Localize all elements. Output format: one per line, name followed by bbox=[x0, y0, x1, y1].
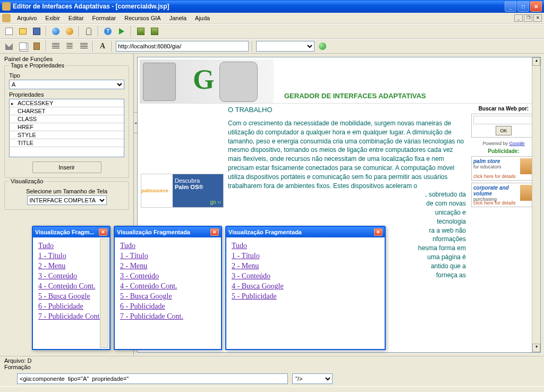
section-heading: O TRABALHO bbox=[228, 106, 466, 114]
prop-row: HREF bbox=[10, 123, 124, 131]
status-bar: Arquivo: D Formação bbox=[0, 356, 544, 371]
buscar-label: Buscar na Web por: bbox=[471, 106, 536, 112]
go-button[interactable] bbox=[317, 40, 328, 52]
frag-link[interactable]: 5 - Busca Google bbox=[38, 292, 104, 301]
align-center-button[interactable] bbox=[64, 40, 75, 52]
tipo-select[interactable]: A bbox=[9, 80, 124, 89]
tag-left-input[interactable] bbox=[17, 373, 288, 384]
frag-link[interactable]: 1 - Título bbox=[120, 252, 216, 260]
prop-row: CHARSET bbox=[10, 107, 124, 115]
frag-link[interactable]: 4 - Conteúdo Cont. bbox=[120, 282, 216, 291]
minimize-button[interactable]: _ bbox=[505, 1, 516, 12]
menu-arquivo[interactable]: Arquivo bbox=[13, 14, 41, 22]
maximize-button[interactable]: □ bbox=[517, 1, 529, 12]
frag-link[interactable]: 3 - Conteúdo bbox=[120, 272, 216, 280]
header-image: GIA bbox=[140, 59, 274, 103]
open-button[interactable] bbox=[17, 25, 29, 37]
frag-link[interactable]: 2 - Menu bbox=[38, 262, 104, 270]
close-icon[interactable]: ✕ bbox=[374, 228, 382, 236]
app-icon bbox=[2, 2, 11, 11]
search-input[interactable] bbox=[473, 116, 534, 124]
menu-formatar[interactable]: Formatar bbox=[88, 14, 121, 22]
menu-editar[interactable]: Editar bbox=[64, 14, 88, 22]
menu-recursos-gia[interactable]: Recursos GIA bbox=[120, 14, 165, 22]
group-tags-legend: Tags e Propriedades bbox=[9, 62, 66, 69]
tag-close-combo[interactable]: "/> bbox=[292, 373, 333, 384]
ok-button[interactable]: OK bbox=[496, 126, 512, 135]
menu-ajuda[interactable]: Ajuda bbox=[191, 14, 214, 22]
frag-link[interactable]: 2 - Menu bbox=[232, 262, 379, 270]
frag-link[interactable]: 5 - Busca Google bbox=[120, 292, 216, 301]
ad-educators[interactable]: palm store for educators click here for … bbox=[471, 156, 536, 181]
ad-corporate[interactable]: corporate and volume purchasing click he… bbox=[471, 183, 536, 207]
doc-icon bbox=[2, 14, 11, 22]
frag-link[interactable]: 5 - Publicidade bbox=[232, 292, 379, 301]
tagline: GERADOR DE INTERFACES ADAPTATIVAS bbox=[284, 92, 426, 103]
google-link[interactable]: Google bbox=[509, 141, 525, 146]
devices2-button[interactable] bbox=[149, 25, 160, 37]
frag-link[interactable]: 1 - Título bbox=[232, 252, 379, 260]
new-button[interactable] bbox=[3, 25, 15, 37]
globe-button[interactable] bbox=[50, 25, 62, 37]
tamanho-tela-select[interactable]: INTERFACE COMPLETA bbox=[27, 195, 107, 205]
devices-button[interactable] bbox=[135, 25, 147, 37]
titlebar: Editor de Interfaces Adaptativas - [come… bbox=[0, 0, 544, 13]
frag-link[interactable]: 6 - Publicidade bbox=[38, 302, 104, 311]
attach-button[interactable] bbox=[83, 25, 95, 37]
inserir-button[interactable]: Inserir bbox=[32, 161, 101, 173]
frag-link[interactable]: Tudo bbox=[120, 242, 216, 250]
users-button[interactable] bbox=[64, 25, 75, 37]
status-line-1: Arquivo: D bbox=[4, 357, 540, 364]
frag-link[interactable]: 4 - Conteúdo Cont. bbox=[38, 282, 104, 291]
prop-row: CLASS bbox=[10, 115, 124, 123]
group-vis-legend: Visualização bbox=[9, 178, 45, 184]
font-button[interactable]: A bbox=[97, 40, 108, 52]
frag-link[interactable]: 7 - Publicidade Cont. bbox=[38, 312, 104, 321]
frag-link[interactable]: 1 - Título bbox=[38, 252, 104, 260]
align-right-button[interactable] bbox=[78, 40, 89, 52]
frag-link[interactable]: 2 - Menu bbox=[120, 262, 216, 270]
close-icon[interactable]: ✕ bbox=[210, 228, 219, 236]
vertical-scrollbar[interactable]: ▴▾ bbox=[532, 57, 540, 352]
device-combo[interactable] bbox=[256, 41, 314, 52]
menu-exibir[interactable]: Exibir bbox=[41, 14, 64, 22]
publicidade-label: Publicidade: bbox=[471, 148, 536, 154]
properties-list[interactable]: ACCESSKEY CHARSET CLASS HREF STYLE TITLE bbox=[9, 99, 124, 157]
run-button[interactable] bbox=[116, 25, 128, 37]
mdi-close-button[interactable]: ✕ bbox=[533, 14, 542, 22]
frag-link[interactable]: 3 - Conteúdo bbox=[38, 272, 104, 280]
frag-link[interactable]: 4 - Busca Google bbox=[232, 282, 379, 291]
frag-link[interactable]: Tudo bbox=[232, 242, 379, 250]
palm-ad[interactable]: palmsource Descubra Palm OS® go ›› bbox=[141, 174, 224, 208]
menubar: Arquivo Exibir Editar Formatar Recursos … bbox=[0, 13, 544, 24]
popup-scrollbar[interactable] bbox=[100, 238, 108, 348]
help-button[interactable]: ? bbox=[102, 25, 114, 37]
tamanho-tela-label: Selecione um Tamanho de Tela bbox=[9, 188, 124, 194]
prop-row: STYLE bbox=[10, 131, 124, 139]
url-input[interactable] bbox=[116, 41, 249, 52]
menu-janela[interactable]: Janela bbox=[165, 14, 191, 22]
window-title: Editor de Interfaces Adaptativas - [come… bbox=[13, 3, 505, 10]
frag-link[interactable]: 3 - Conteúdo bbox=[232, 272, 379, 280]
group-visualizacao: Visualização Selecione um Tamanho de Tel… bbox=[4, 181, 129, 210]
propriedades-label: Propriedades bbox=[9, 91, 124, 98]
powered-by: Powered by Google bbox=[471, 141, 536, 146]
copy-button[interactable] bbox=[17, 40, 29, 52]
save-button[interactable] bbox=[31, 25, 42, 37]
frag-link[interactable]: 6 - Publicidade bbox=[120, 302, 216, 311]
paste-button[interactable] bbox=[31, 40, 42, 52]
mdi-minimize-button[interactable]: _ bbox=[514, 14, 523, 22]
cut-button[interactable] bbox=[3, 40, 15, 52]
frag-link[interactable]: Tudo bbox=[38, 242, 104, 250]
toolbar-edit: A bbox=[0, 39, 544, 54]
close-button[interactable]: ✕ bbox=[530, 1, 542, 12]
tag-editor-row: "/> bbox=[0, 371, 544, 386]
frag-link[interactable]: 7 - Publicidade Cont. bbox=[120, 312, 216, 321]
status-line-2: Formação bbox=[4, 364, 540, 370]
popup-fragment-2: Visualização Fragmentada✕ Tudo 1 - Títul… bbox=[114, 226, 222, 350]
align-left-button[interactable] bbox=[50, 40, 62, 52]
tipo-label: Tipo bbox=[9, 72, 124, 79]
prop-row: ACCESSKEY bbox=[10, 99, 124, 107]
close-icon[interactable]: ✕ bbox=[99, 228, 107, 236]
mdi-restore-button[interactable]: ❐ bbox=[524, 14, 532, 22]
